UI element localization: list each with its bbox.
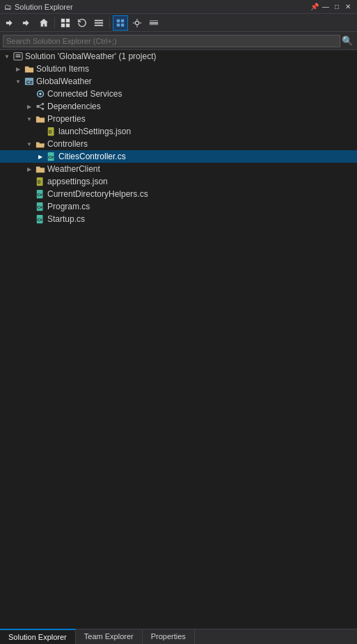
svg-text:C#: C#: [48, 154, 54, 159]
tree-row-current-directory-helpers[interactable]: C# CurrentDirectoryHelpers.cs: [0, 188, 357, 200]
sync-roots-button[interactable]: [58, 15, 73, 31]
svg-point-25: [39, 92, 42, 95]
solution-explorer-tree: Solution 'GlobalWeather' (1 project) Sol…: [0, 50, 357, 629]
solution-label: Solution 'GlobalWeather' (1 project): [25, 51, 156, 61]
svg-rect-4: [95, 19, 103, 21]
expand-solution-items[interactable]: [13, 63, 24, 74]
back-button[interactable]: [3, 15, 18, 31]
tree-row-program[interactable]: C# Program.cs: [0, 200, 357, 213]
weather-client-icon: [35, 163, 46, 175]
svg-point-11: [135, 21, 138, 24]
tab-solution-explorer[interactable]: Solution Explorer: [0, 629, 76, 644]
svg-text:C#: C#: [37, 192, 42, 197]
global-weather-label: GlobalWeather: [36, 77, 92, 86]
maximize-button[interactable]: □: [332, 2, 342, 12]
toolbar-sep-1: [54, 17, 55, 29]
svg-text:C#: C#: [37, 204, 42, 209]
tab-properties[interactable]: Properties: [143, 629, 195, 644]
tree-row-solution-items[interactable]: Solution Items: [0, 63, 357, 75]
current-directory-helpers-icon: C#: [35, 188, 46, 200]
close-button[interactable]: ✕: [343, 2, 353, 12]
svg-rect-1: [66, 18, 70, 22]
tree-row-global-weather[interactable]: C# GlobalWeather: [0, 75, 357, 88]
solution-items-label: Solution Items: [36, 64, 89, 74]
svg-text:{}: {}: [38, 179, 41, 184]
solution-items-icon: [24, 63, 35, 74]
cities-controller-label: CitiesController.cs: [58, 152, 126, 161]
svg-rect-6: [95, 24, 103, 26]
expand-program: [24, 201, 35, 212]
svg-point-27: [42, 103, 45, 106]
connected-services-icon: [35, 88, 46, 99]
minimize-button[interactable]: —: [321, 2, 331, 12]
search-input[interactable]: [3, 35, 340, 47]
title-bar-icon: 🗂: [4, 3, 12, 11]
svg-rect-0: [61, 18, 65, 22]
refresh-button[interactable]: [74, 15, 90, 31]
controllers-icon: [35, 138, 46, 150]
svg-rect-5: [95, 22, 103, 24]
tree-row-weather-client[interactable]: WeatherClient: [0, 163, 357, 175]
svg-point-28: [42, 108, 45, 111]
startup-label: Startup.cs: [47, 214, 85, 224]
expand-controllers[interactable]: [24, 138, 35, 150]
svg-rect-20: [16, 54, 21, 55]
tab-team-explorer[interactable]: Team Explorer: [76, 629, 143, 644]
current-directory-helpers-label: CurrentDirectoryHelpers.cs: [47, 189, 148, 199]
svg-rect-2: [61, 23, 65, 26]
expand-cities-controller[interactable]: [35, 151, 46, 162]
svg-rect-3: [66, 23, 70, 26]
title-bar-text: Solution Explorer: [15, 3, 73, 11]
tab-solution-explorer-label: Solution Explorer: [8, 633, 67, 641]
dependencies-icon: [35, 101, 46, 112]
appsettings-icon: {}: [35, 176, 46, 187]
tree-row-launch-settings[interactable]: {} launchSettings.json: [0, 125, 357, 138]
svg-point-26: [36, 105, 39, 108]
svg-text:C#: C#: [37, 217, 42, 222]
expand-dependencies[interactable]: [24, 101, 35, 112]
appsettings-label: appsettings.json: [47, 177, 108, 186]
tree-row-connected-services[interactable]: Connected Services: [0, 88, 357, 100]
svg-rect-21: [16, 56, 21, 57]
svg-line-30: [39, 107, 42, 108]
title-bar-controls: 📌 — □ ✕: [310, 2, 353, 12]
toolbar-sep-2: [109, 17, 110, 29]
expand-global-weather[interactable]: [13, 76, 24, 87]
tree-row-properties[interactable]: Properties: [0, 113, 357, 125]
tab-team-explorer-label: Team Explorer: [84, 632, 134, 641]
tools-button[interactable]: [129, 15, 145, 31]
controllers-label: Controllers: [47, 139, 88, 149]
svg-rect-8: [121, 19, 124, 22]
tree-row-startup[interactable]: C# Startup.cs: [0, 213, 357, 225]
svg-rect-9: [117, 23, 120, 26]
svg-text:{}: {}: [49, 129, 52, 134]
tree-row-appsettings[interactable]: {} appsettings.json: [0, 175, 357, 188]
cities-controller-icon: C#: [46, 151, 57, 162]
tree-row-solution[interactable]: Solution 'GlobalWeather' (1 project): [0, 50, 357, 63]
home-button[interactable]: [36, 15, 51, 31]
tree-row-dependencies[interactable]: Dependencies: [0, 100, 357, 113]
solution-icon: [13, 51, 24, 62]
tree-row-cities-controller[interactable]: C# CitiesController.cs: [0, 150, 357, 163]
pin-button[interactable]: 📌: [310, 2, 319, 12]
program-label: Program.cs: [47, 202, 90, 211]
expand-weather-client[interactable]: [24, 163, 35, 175]
collapse-button[interactable]: [146, 15, 161, 31]
properties-label: Properties: [47, 114, 86, 124]
svg-rect-17: [150, 20, 158, 21]
forward-button[interactable]: [19, 15, 35, 31]
connected-services-label: Connected Services: [47, 89, 122, 99]
active-view-button[interactable]: [113, 15, 128, 31]
title-bar-left: 🗂 Solution Explorer: [4, 3, 73, 11]
startup-icon: C#: [35, 214, 46, 225]
launch-settings-icon: {}: [46, 126, 57, 137]
expand-connected: [24, 88, 35, 99]
svg-line-29: [39, 104, 42, 106]
svg-rect-10: [121, 23, 124, 26]
tree-row-controllers[interactable]: Controllers: [0, 138, 357, 150]
view-button[interactable]: [91, 15, 106, 31]
search-button[interactable]: 🔍: [340, 34, 354, 48]
toolbar: [0, 14, 357, 32]
expand-solution[interactable]: [1, 51, 13, 62]
expand-properties[interactable]: [24, 113, 35, 124]
